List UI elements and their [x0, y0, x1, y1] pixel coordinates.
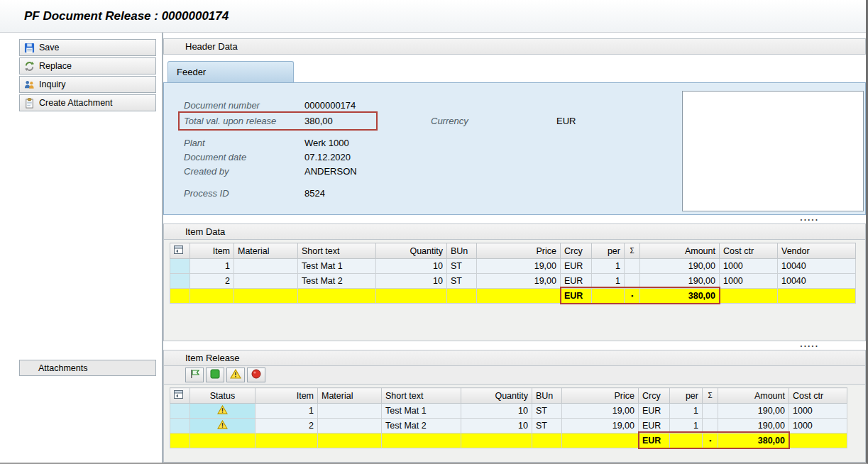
cell-price[interactable]: 19,00: [477, 259, 561, 274]
row-selector[interactable]: [170, 404, 190, 419]
cell-bun[interactable]: ST: [447, 274, 477, 289]
cell-cost-ctr[interactable]: 1000: [720, 274, 778, 289]
total-cell: [170, 289, 190, 304]
cell-bun[interactable]: ST: [532, 404, 562, 419]
cell-item[interactable]: 1: [256, 404, 318, 419]
cell-crcy[interactable]: EUR: [639, 419, 670, 433]
col-header-material[interactable]: Material: [234, 243, 298, 259]
total-val-value: 380,00: [304, 116, 333, 126]
col-header-crcy[interactable]: Crcy: [639, 388, 670, 404]
col-header-bun[interactable]: BUn: [532, 388, 562, 404]
col-header-short-text[interactable]: Short text: [382, 388, 461, 404]
cell-material[interactable]: [234, 259, 298, 274]
tab-feeder[interactable]: Feeder: [167, 61, 294, 82]
col-header-per[interactable]: per: [670, 388, 703, 404]
release-green-button[interactable]: [206, 368, 224, 382]
cell-material[interactable]: [234, 274, 298, 289]
cell-per[interactable]: 1: [592, 274, 625, 289]
cell-price[interactable]: 19,00: [562, 404, 639, 419]
cell-cost-ctr[interactable]: 1000: [789, 419, 847, 433]
col-header-cost-ctr[interactable]: Cost ctr: [720, 243, 778, 259]
release-flag-button[interactable]: [185, 368, 204, 382]
cell-vendor[interactable]: 10040: [778, 274, 856, 289]
col-header-item[interactable]: Item: [190, 243, 234, 259]
col-header-per[interactable]: per: [592, 243, 625, 259]
cell-status[interactable]: [190, 404, 256, 419]
cell-vendor[interactable]: 10040: [778, 259, 856, 274]
cell-material[interactable]: [318, 404, 382, 419]
create-attachment-button[interactable]: Create Attachment: [19, 94, 156, 111]
col-header-amount[interactable]: Amount: [640, 243, 720, 259]
select-all-cell[interactable]: [170, 243, 190, 259]
cell-quantity[interactable]: 10: [376, 274, 447, 289]
cell-amount[interactable]: 190,00: [640, 259, 720, 274]
col-header-amount[interactable]: Amount: [718, 388, 789, 404]
cell-sigma[interactable]: [703, 419, 718, 433]
cell-material[interactable]: [318, 419, 382, 433]
col-header-bun[interactable]: BUn: [447, 243, 477, 259]
cell-sigma[interactable]: [703, 404, 718, 419]
col-header-cost-ctr[interactable]: Cost ctr: [789, 388, 847, 404]
cell-per[interactable]: 1: [592, 259, 625, 274]
cell-crcy[interactable]: EUR: [561, 259, 592, 274]
col-header-quantity[interactable]: Quantity: [376, 243, 447, 259]
cell-quantity[interactable]: 10: [461, 419, 532, 433]
save-button[interactable]: Save: [19, 39, 156, 56]
item-data-row-2[interactable]: 2 Test Mat 2 10 ST 19,00 EUR 1 190,00 10…: [170, 274, 856, 289]
cell-amount[interactable]: 190,00: [640, 274, 720, 289]
col-header-material[interactable]: Material: [318, 388, 382, 404]
cell-item[interactable]: 1: [190, 259, 234, 274]
col-header-price[interactable]: Price: [562, 388, 639, 404]
cell-bun[interactable]: ST: [447, 259, 477, 274]
cell-short-text[interactable]: Test Mat 2: [298, 274, 376, 289]
cell-quantity[interactable]: 10: [461, 404, 532, 419]
item-release-row-1[interactable]: 1 Test Mat 1 10 ST 19,00 EUR 1 190,00 10…: [170, 404, 847, 419]
cell-sigma[interactable]: [625, 274, 640, 289]
cell-amount[interactable]: 190,00: [718, 419, 789, 433]
splitter-grip-item-data[interactable]: .....: [163, 341, 866, 350]
select-all-cell[interactable]: [170, 388, 190, 404]
col-header-sigma[interactable]: Σ: [703, 388, 718, 404]
cell-price[interactable]: 19,00: [562, 419, 639, 433]
cell-amount[interactable]: 190,00: [718, 404, 789, 419]
long-text-box[interactable]: [682, 91, 864, 211]
release-warning-button[interactable]: [226, 368, 245, 382]
row-selector[interactable]: [170, 419, 190, 433]
item-release-row-2[interactable]: 2 Test Mat 2 10 ST 19,00 EUR 1 190,00 10…: [170, 419, 847, 433]
row-selector[interactable]: [170, 259, 190, 274]
cell-cost-ctr[interactable]: 1000: [789, 404, 847, 419]
inquiry-button[interactable]: Inquiry: [19, 76, 156, 93]
cell-short-text[interactable]: Test Mat 1: [298, 259, 376, 274]
cell-sigma[interactable]: [625, 259, 640, 274]
cell-item[interactable]: 2: [190, 274, 234, 289]
cell-cost-ctr[interactable]: 1000: [720, 259, 778, 274]
cell-bun[interactable]: ST: [532, 419, 562, 433]
col-header-status[interactable]: Status: [190, 388, 256, 404]
cell-crcy[interactable]: EUR: [639, 404, 670, 419]
replace-button[interactable]: Replace: [19, 57, 156, 74]
item-data-row-1[interactable]: 1 Test Mat 1 10 ST 19,00 EUR 1 190,00 10…: [170, 259, 856, 274]
cell-per[interactable]: 1: [670, 404, 703, 419]
total-cell: [670, 433, 703, 448]
cell-status[interactable]: [190, 419, 256, 433]
col-header-quantity[interactable]: Quantity: [461, 388, 532, 404]
cell-crcy[interactable]: EUR: [561, 274, 592, 289]
cell-price[interactable]: 19,00: [477, 274, 561, 289]
col-header-short-text[interactable]: Short text: [298, 243, 376, 259]
attachments-section-header[interactable]: Attachments: [19, 360, 156, 376]
col-header-crcy[interactable]: Crcy: [561, 243, 592, 259]
col-header-item[interactable]: Item: [256, 388, 318, 404]
release-reject-button[interactable]: [247, 368, 265, 382]
total-cell: [234, 289, 298, 304]
splitter-grip-header[interactable]: .....: [163, 215, 866, 223]
cell-short-text[interactable]: Test Mat 2: [382, 419, 461, 433]
cell-short-text[interactable]: Test Mat 1: [382, 404, 461, 419]
col-header-sigma[interactable]: Σ: [625, 243, 640, 259]
cell-per[interactable]: 1: [670, 419, 703, 433]
tab-feeder-label: Feeder: [177, 67, 206, 77]
cell-quantity[interactable]: 10: [376, 259, 447, 274]
cell-item[interactable]: 2: [256, 419, 318, 433]
row-selector[interactable]: [170, 274, 190, 289]
col-header-vendor[interactable]: Vendor: [778, 243, 856, 259]
col-header-price[interactable]: Price: [477, 243, 561, 259]
